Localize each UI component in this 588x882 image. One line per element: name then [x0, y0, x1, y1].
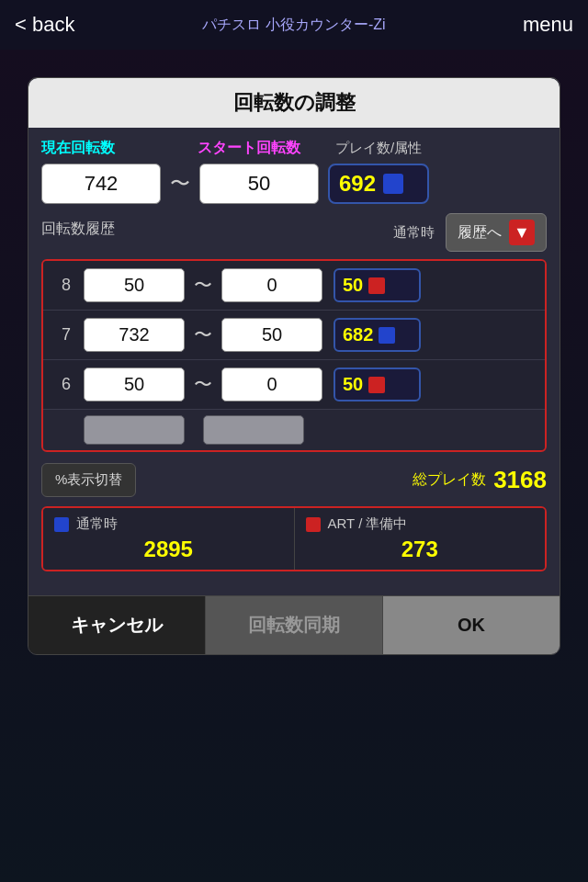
legend-art: ART / 準備中 273 — [295, 508, 546, 570]
back-button[interactable]: < back — [15, 13, 74, 37]
normal-label: 通常時 — [393, 224, 438, 242]
row-from-input[interactable] — [84, 318, 185, 352]
current-label: 現在回転数 — [41, 139, 170, 158]
app-title: パチスロ 小役カウンター-Zi — [202, 16, 385, 35]
legend-row: 通常時 2895 ART / 準備中 273 — [41, 506, 547, 571]
row-plays-num: 682 — [343, 324, 373, 345]
table-row: 6 〜 50 — [43, 360, 545, 410]
plays-color-blue — [383, 174, 403, 194]
partial-placeholder — [84, 415, 185, 445]
row-number: 8 — [52, 276, 80, 295]
start-input[interactable] — [199, 164, 319, 204]
tilde-separator: 〜 — [170, 170, 190, 198]
partial-placeholder — [203, 415, 304, 445]
plays-box: 692 — [328, 164, 429, 204]
history-btn-text: 履歴へ — [458, 223, 502, 243]
modal-overlay: 回転数の調整 現在回転数 スタート回転数 プレイ数/属性 〜 692 — [0, 50, 588, 882]
legend-normal: 通常時 2895 — [43, 508, 295, 570]
row-plays-num: 50 — [343, 374, 363, 395]
bottom-stats: %表示切替 総プレイ数 3168 — [41, 463, 547, 497]
history-section-label: 回転数履歴 — [41, 220, 115, 239]
legend-header: 通常時 — [54, 515, 283, 533]
row-number: 7 — [52, 325, 80, 345]
modal-dialog: 回転数の調整 現在回転数 スタート回転数 プレイ数/属性 〜 692 — [28, 77, 560, 655]
legend-color-blue — [54, 517, 69, 532]
modal-body: 現在回転数 スタート回転数 プレイ数/属性 〜 692 回転数履歴 — [28, 128, 560, 595]
legend-header: ART / 準備中 — [306, 515, 535, 533]
legend-text-art: ART / 準備中 — [328, 515, 408, 533]
modal-footer: キャンセル 回転数同期 OK — [28, 595, 560, 654]
ok-button[interactable]: OK — [383, 596, 560, 654]
row-tilde: 〜 — [194, 322, 212, 347]
row-tilde: 〜 — [194, 372, 212, 397]
row-tilde: 〜 — [194, 273, 212, 298]
table-row: 7 〜 682 — [43, 311, 545, 360]
row-plays-box: 50 — [334, 368, 421, 401]
row-to-input[interactable] — [221, 368, 322, 401]
row-plays-num: 50 — [343, 275, 363, 296]
cancel-button[interactable]: キャンセル — [28, 596, 206, 654]
row-plays-box: 50 — [334, 268, 421, 302]
column-labels: 現在回転数 スタート回転数 プレイ数/属性 — [41, 139, 547, 158]
row-color-red — [368, 277, 385, 294]
toggle-button[interactable]: %表示切替 — [41, 463, 136, 497]
legend-color-red — [306, 517, 321, 532]
sync-button[interactable]: 回転数同期 — [206, 596, 383, 654]
plays-number: 692 — [339, 171, 376, 197]
row-from-input[interactable] — [84, 268, 185, 302]
row-number: 6 — [52, 375, 80, 394]
start-label: スタート回転数 — [198, 139, 326, 158]
row-to-input[interactable] — [221, 318, 322, 352]
menu-button[interactable]: menu — [523, 13, 573, 37]
current-input[interactable] — [41, 164, 161, 204]
app-header: < back パチスロ 小役カウンター-Zi menu — [0, 0, 588, 50]
history-button[interactable]: 履歴へ ▼ — [446, 213, 547, 252]
history-arrow-icon: ▼ — [509, 220, 535, 245]
history-table: 8 〜 50 7 〜 — [41, 259, 547, 452]
row-from-input[interactable] — [84, 368, 185, 401]
total-label: 総プレイ数 — [413, 470, 486, 490]
legend-value-art: 273 — [306, 537, 535, 562]
table-row-partial — [43, 410, 545, 450]
total-number: 3168 — [493, 466, 547, 494]
top-input-row: 〜 692 — [41, 164, 547, 204]
row-color-red — [368, 377, 385, 393]
legend-text-normal: 通常時 — [76, 515, 118, 533]
background: 回転数の調整 現在回転数 スタート回転数 プレイ数/属性 〜 692 — [0, 50, 588, 882]
row-to-input[interactable] — [221, 268, 322, 302]
legend-value-normal: 2895 — [54, 537, 283, 562]
total-plays: 総プレイ数 3168 — [413, 466, 547, 494]
modal-title: 回転数の調整 — [28, 78, 560, 128]
row-plays-box: 682 — [334, 318, 421, 352]
row-color-blue — [379, 327, 395, 344]
plays-label: プレイ数/属性 — [335, 140, 422, 157]
table-row: 8 〜 50 — [43, 261, 545, 311]
